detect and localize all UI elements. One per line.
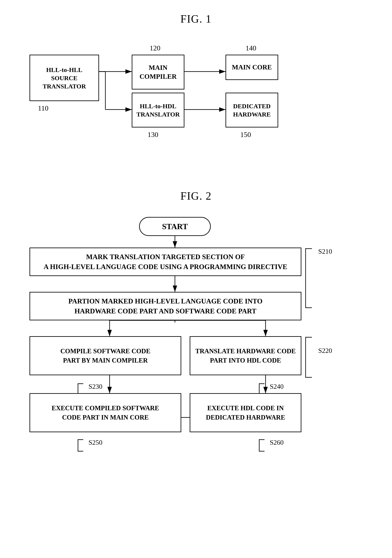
main-compiler-box: MAINCOMPILER [132,55,184,89]
s250-label: S250 [89,438,102,446]
hll-hdl-number: 130 [148,131,158,139]
step3-left-box: COMPILE SOFTWARE CODEPART BY MAIN COMPIL… [30,336,181,375]
main-core-number: 140 [246,44,256,52]
step4-right-box: EXECUTE HDL CODE INDEDICATED HARDWARE [190,393,301,432]
s210-label: S210 [318,248,332,255]
translator-box: HLL-to-HLLSOURCETRANSLATOR [30,55,99,101]
main-compiler-number: 120 [150,44,160,52]
start-box: START [139,217,211,236]
step1-box: MARK TRANSLATION TARGETED SECTION OFA HI… [30,248,301,276]
s230-label: S230 [89,383,102,391]
step2-box: PARTION MARKED HIGH-LEVEL LANGUAGE CODE … [30,292,301,320]
main-core-box: MAIN CORE [225,55,278,80]
dedicated-hw-box: DEDICATEDHARDWARE [225,93,278,128]
step4-left-box: EXECUTE COMPILED SOFTWARECODE PART IN MA… [30,393,181,432]
s260-label: S260 [270,438,284,446]
step3-right-box: TRANSLATE HARDWARE CODEPART INTO HDL COD… [190,336,301,375]
fig2-diagram: START S210 MARK TRANSLATION TARGETED SEC… [17,215,375,489]
fig1-title: FIG. 1 [17,13,375,25]
s240-label: S240 [270,383,284,391]
hll-hdl-box: HLL-to-HDLTRANSLATOR [132,93,184,128]
dedicated-hw-number: 150 [240,131,251,139]
translator-label: 110 [38,104,49,112]
fig2-title: FIG. 2 [17,190,375,202]
fig1-diagram: HLL-to-HLLSOURCETRANSLATOR 110 MAINCOMPI… [17,38,375,169]
s220-label: S220 [318,347,332,355]
